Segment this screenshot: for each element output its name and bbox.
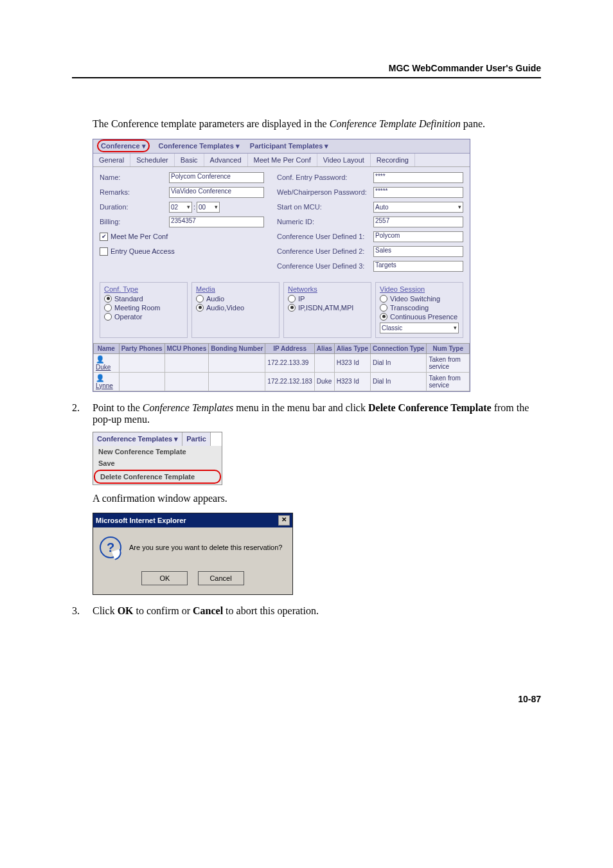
radio-audio[interactable]: Audio [196,295,275,303]
th-party-phones[interactable]: Party Phones [119,343,164,353]
menu-conference[interactable]: Conference ▾ [93,139,154,153]
tab-advanced[interactable]: Advanced [204,154,248,166]
group-video-session: Video Session Video Switching Transcodin… [375,282,463,338]
input-chair-pw[interactable]: ***** [373,187,463,198]
menuitem-save[interactable]: Save [93,457,222,469]
screenshot-tabs: General Scheduler Basic Advanced Meet Me… [93,154,470,167]
dd-head-partic[interactable]: Partic [182,432,211,446]
select-start-mcu[interactable]: Auto [373,202,463,213]
th-mcu-phones[interactable]: MCU Phones [164,343,209,353]
input-billing[interactable]: 2354357 [169,217,264,227]
label-chair-pw: Web/Chairperson Password: [277,188,373,196]
tab-basic[interactable]: Basic [175,154,204,166]
label-remarks: Remarks: [100,188,169,196]
label-duration: Duration: [100,203,169,211]
th-bonding[interactable]: Bonding Number [209,343,265,353]
menu-participant-templates[interactable]: Participant Templates ▾ [245,139,334,153]
radio-standard[interactable]: Standard [104,295,183,303]
label-billing: Billing: [100,218,169,226]
input-name[interactable]: Polycom Conference [169,172,264,183]
group-conf-type: Conf. Type Standard Meeting Room Operato… [100,282,188,338]
th-name[interactable]: Name [94,343,120,353]
participant-icon: 👤 [96,374,105,382]
step-3-number: 3. [72,605,93,617]
label-ud3: Conference User Defined 3: [277,262,373,270]
header-rule [72,77,541,78]
table-row[interactable]: 👤 Lynne 172.22.132.183 Duke H323 Id Dial… [94,372,470,391]
conference-definition-pane: Conference ▾ Conference Templates ▾ Part… [93,139,470,392]
tab-recording[interactable]: Recording [371,154,415,166]
step-3-text: Click OK to confirm or Cancel to abort t… [93,605,541,617]
question-icon: ? [100,536,121,558]
radio-operator[interactable]: Operator [104,313,183,321]
participant-icon: 👤 [96,355,105,363]
tab-scheduler[interactable]: Scheduler [130,154,175,166]
group-media: Media Audio Audio,Video [191,282,280,338]
label-ud2: Conference User Defined 2: [277,247,373,255]
ok-button[interactable]: OK [141,571,188,585]
intro-text: The Conference template parameters are d… [93,117,541,131]
radio-transcoding[interactable]: Transcoding [380,304,459,312]
select-duration-m[interactable]: 00 [197,202,220,213]
input-ud3[interactable]: Targets [373,261,463,272]
tab-video-layout[interactable]: Video Layout [317,154,371,166]
label-start-mcu: Start on MCU: [277,203,373,211]
label-ud1: Conference User Defined 1: [277,233,373,240]
input-ud1[interactable]: Polycom [373,231,463,242]
close-icon[interactable]: ✕ [278,515,290,526]
group-networks: Networks IP IP,ISDN,ATM,MPI [283,282,371,338]
select-cp-mode[interactable]: Classic [380,323,459,333]
input-numeric-id[interactable]: 2557 [373,217,463,227]
dialog-message: Are you sure you want to delete this res… [129,544,282,551]
label-name: Name: [100,173,169,181]
th-ip[interactable]: IP Address [265,343,315,353]
tab-general[interactable]: General [93,154,130,166]
th-alias[interactable]: Alias [314,343,334,353]
table-row[interactable]: 👤 Duke 172.22.133.39 H323 Id Dial In Tak… [94,353,470,372]
input-ud2[interactable]: Sales [373,246,463,257]
th-alias-type[interactable]: Alias Type [334,343,370,353]
menuitem-new-conference-template[interactable]: New Conference Template [93,446,222,457]
th-num-type[interactable]: Num Type [427,343,470,353]
participants-table: Name Party Phones MCU Phones Bonding Num… [93,343,470,391]
input-remarks[interactable]: ViaVideo Conference [169,187,264,198]
checkbox-entry-queue[interactable]: Entry Queue Access [100,247,264,256]
radio-meeting-room[interactable]: Meeting Room [104,304,183,312]
conference-templates-dropdown: Conference Templates ▾ Partic New Confer… [93,432,222,485]
tab-meetme[interactable]: Meet Me Per Conf [248,154,317,166]
page-number: 10-87 [72,694,541,704]
dialog-title: Microsoft Internet Explorer [96,517,186,524]
radio-audio-video[interactable]: Audio,Video [196,304,275,312]
radio-ip-isdn-atm-mpi[interactable]: IP,ISDN,ATM,MPI [288,304,367,312]
th-conn-type[interactable]: Connection Type [371,343,427,353]
select-duration-h[interactable]: 02 [169,202,192,213]
radio-continuous-presence[interactable]: Continuous Presence [380,313,459,321]
dd-head-conf-templates[interactable]: Conference Templates ▾ [93,432,182,446]
menuitem-delete-conference-template[interactable]: Delete Conference Template [94,470,221,484]
input-entry-pw[interactable]: **** [373,172,463,183]
menu-conference-templates[interactable]: Conference Templates ▾ [154,139,245,153]
screenshot-menubar: Conference ▾ Conference Templates ▾ Part… [93,139,470,154]
header-title: MGC WebCommander User's Guide [72,63,541,73]
label-entry-pw: Conf. Entry Password: [277,173,373,181]
cancel-button[interactable]: Cancel [198,571,244,585]
ie-confirmation-dialog: Microsoft Internet Explorer ✕ ? Are you … [93,513,293,595]
step-2-number: 2. [72,402,93,425]
radio-ip[interactable]: IP [288,295,367,303]
step-2-text: Point to the Conference Templates menu i… [93,402,541,425]
checkbox-meetme[interactable]: ✔Meet Me Per Conf [100,233,264,241]
radio-video-switching[interactable]: Video Switching [380,295,459,303]
confirmation-text: A confirmation window appears. [93,492,541,506]
label-numeric-id: Numeric ID: [277,218,373,226]
